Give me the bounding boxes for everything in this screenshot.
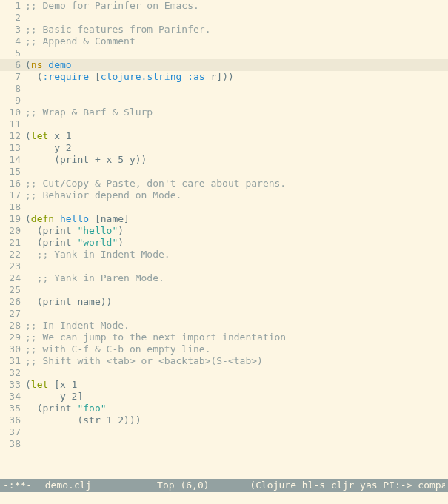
code-content[interactable]: ;; Demo for Parinfer on Emacs. [25,0,448,12]
line-number: 29 [0,332,25,343]
line-number: 32 [0,367,25,379]
code-content[interactable]: (str 1 2))) [25,414,448,426]
code-line[interactable]: 10;; Wrap & Barf & Slurp [0,107,448,118]
code-line[interactable]: 26 (print name)) [0,296,448,308]
code-line[interactable]: 35 (print "foo" [0,403,448,414]
code-content[interactable]: (ns demo [25,59,448,71]
code-line[interactable]: 20 (print "hello") [0,225,448,237]
code-line[interactable]: 30;; with C-f & C-b on empty line. [0,343,448,355]
code-line[interactable]: 2 [0,12,448,24]
code-line[interactable]: 8 [0,83,448,95]
token-comment: ;; with C-f & C-b on empty line. [25,343,210,355]
code-content[interactable] [25,95,448,107]
code-content[interactable]: (print "hello") [25,225,448,237]
token-plain: x 1 [60,379,77,390]
code-line[interactable]: 6(ns demo [0,59,448,71]
code-content[interactable]: (:require [clojure.string :as r])) [25,71,448,83]
line-number: 11 [0,118,25,130]
code-content[interactable]: ;; Cut/Copy & Paste, don't care about pa… [25,178,448,189]
minibuffer[interactable] [0,492,448,504]
code-content[interactable]: (let [x 1 [25,379,448,391]
line-number: 7 [0,71,25,83]
code-buffer[interactable]: 1;; Demo for Parinfer on Emacs.23;; Basi… [0,0,448,479]
code-content[interactable] [25,118,448,130]
code-content[interactable]: ;; Shift with <tab> or <backtab>(S-<tab>… [25,355,448,367]
code-line[interactable]: 21 (print "world") [0,237,448,249]
token-paren: ( [25,213,31,224]
token-keyword: let [31,379,48,390]
code-line[interactable]: 34 y 2] [0,391,448,403]
code-line[interactable]: 29;; We can jump to the next import inde… [0,332,448,343]
code-content[interactable] [25,261,448,272]
mode-line: -:**- demo.clj Top (6,0) (Clojure hl-s c… [0,479,448,492]
token-str: "hello" [77,225,118,236]
line-number: 23 [0,261,25,272]
code-content[interactable]: ;; Yank in Indent Mode. [25,249,448,261]
code-content[interactable]: (let x 1 [25,130,448,142]
code-line[interactable]: 5 [0,47,448,59]
token-str: "foo" [77,403,106,414]
code-line[interactable]: 11 [0,118,448,130]
code-line[interactable]: 32 [0,367,448,379]
code-line[interactable]: 18 [0,201,448,213]
code-content[interactable]: ;; Wrap & Barf & Slurp [25,107,448,118]
code-line[interactable]: 27 [0,308,448,320]
code-line[interactable]: 37 [0,426,448,438]
code-line[interactable]: 36 (str 1 2))) [0,414,448,426]
code-content[interactable] [25,426,448,438]
code-line[interactable]: 19(defn hello [name] [0,213,448,225]
token-comment: ;; Basic features from Parinfer. [25,24,210,35]
code-line[interactable]: 16;; Cut/Copy & Paste, don't care about … [0,178,448,189]
line-number: 17 [0,189,25,201]
code-line[interactable]: 13 y 2 [0,142,448,154]
token-plain [48,379,54,390]
token-plain [54,213,60,224]
code-line[interactable]: 17;; Behavior depend on Mode. [0,189,448,201]
line-number: 8 [0,83,25,95]
code-line[interactable]: 23 [0,261,448,272]
code-line[interactable]: 7 (:require [clojure.string :as r])) [0,71,448,83]
code-content[interactable] [25,47,448,59]
code-line[interactable]: 12(let x 1 [0,130,448,142]
code-line[interactable]: 31;; Shift with <tab> or <backtab>(S-<ta… [0,355,448,367]
code-line[interactable]: 14 (print + x 5 y)) [0,154,448,166]
code-content[interactable]: (print name)) [25,296,448,308]
modeline-filename: demo.clj [32,479,122,492]
code-content[interactable] [25,308,448,320]
code-content[interactable]: (print "foo" [25,403,448,414]
code-content[interactable] [25,284,448,296]
code-content[interactable]: y 2 [25,142,448,154]
code-content[interactable]: (print + x 5 y)) [25,154,448,166]
code-content[interactable]: ;; Basic features from Parinfer. [25,24,448,36]
code-content[interactable] [25,12,448,24]
code-line[interactable]: 28;; In Indent Mode. [0,320,448,332]
code-content[interactable]: y 2] [25,391,448,403]
code-content[interactable]: ;; We can jump to the next import indent… [25,332,448,343]
code-content[interactable] [25,438,448,450]
code-line[interactable]: 4;; Append & Comment [0,36,448,47]
code-content[interactable]: ;; In Indent Mode. [25,320,448,332]
code-line[interactable]: 1;; Demo for Parinfer on Emacs. [0,0,448,12]
token-plain: print [42,403,77,414]
token-plain: print [42,237,77,248]
code-content[interactable] [25,83,448,95]
code-content[interactable] [25,367,448,379]
code-line[interactable]: 25 [0,284,448,296]
code-content[interactable] [25,166,448,178]
code-line[interactable]: 24 ;; Yank in Paren Mode. [0,272,448,284]
code-line[interactable]: 38 [0,438,448,450]
code-content[interactable]: (print "world") [25,237,448,249]
code-content[interactable]: ;; Yank in Paren Mode. [25,272,448,284]
token-comment: ;; Cut/Copy & Paste, don't care about pa… [25,178,286,189]
code-content[interactable]: (defn hello [name] [25,213,448,225]
code-line[interactable]: 22 ;; Yank in Indent Mode. [0,249,448,261]
code-content[interactable] [25,201,448,213]
code-line[interactable]: 15 [0,166,448,178]
code-content[interactable]: ;; with C-f & C-b on empty line. [25,343,448,355]
token-plain [89,71,95,82]
code-content[interactable]: ;; Append & Comment [25,36,448,47]
code-line[interactable]: 3;; Basic features from Parinfer. [0,24,448,36]
code-content[interactable]: ;; Behavior depend on Mode. [25,189,448,201]
code-line[interactable]: 9 [0,95,448,107]
code-line[interactable]: 33(let [x 1 [0,379,448,391]
